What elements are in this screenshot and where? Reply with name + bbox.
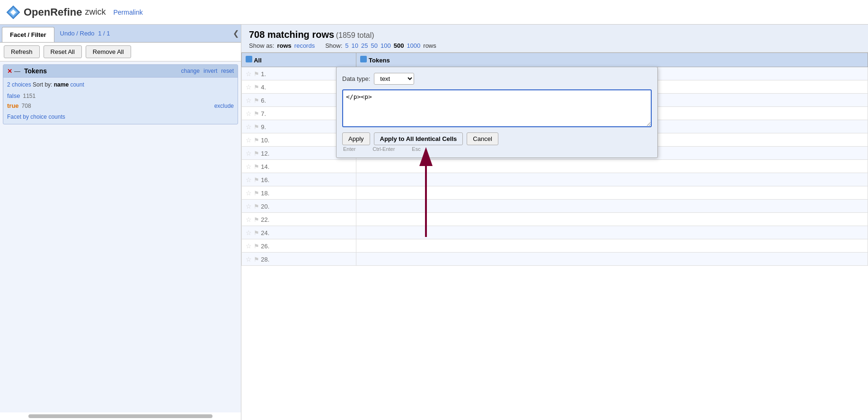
reset-all-button[interactable]: Reset All	[44, 45, 82, 58]
row-number: 24.	[261, 229, 269, 236]
show-50[interactable]: 50	[371, 42, 378, 49]
show-as-records[interactable]: records	[294, 42, 315, 49]
apply-all-shortcut: Ctrl-Enter	[372, 146, 395, 152]
exclude-link[interactable]: exclude	[214, 103, 234, 109]
facet-close-button[interactable]: ✕	[7, 68, 12, 75]
row-controls-cell: ☆ ⚑ 18.	[242, 186, 356, 200]
table-header-row: All Tokens	[242, 53, 868, 67]
star-icon[interactable]: ☆	[246, 242, 252, 250]
facet-header: ✕ — Tokens change invert reset	[3, 65, 238, 78]
flag-icon[interactable]: ⚑	[254, 97, 259, 104]
star-icon[interactable]: ☆	[246, 163, 252, 170]
flag-icon[interactable]: ⚑	[254, 163, 259, 170]
facet-invert-link[interactable]: invert	[204, 68, 217, 74]
star-icon[interactable]: ☆	[246, 255, 252, 263]
facet-choices-row: 2 choices Sort by: name count	[7, 81, 234, 88]
row-number: 10.	[261, 137, 269, 144]
flag-icon[interactable]: ⚑	[254, 84, 259, 91]
apply-button[interactable]: Apply	[342, 132, 370, 145]
col-tokens-header[interactable]: Tokens	[356, 53, 868, 67]
star-icon[interactable]: ☆	[246, 149, 252, 157]
flag-icon[interactable]: ⚑	[254, 216, 259, 223]
star-icon[interactable]: ☆	[246, 83, 252, 91]
facet-reset-link[interactable]: reset	[221, 68, 234, 74]
tokens-facet: ✕ — Tokens change invert reset 2 choices…	[3, 64, 238, 124]
show-10[interactable]: 10	[352, 42, 358, 49]
choice-true-label[interactable]: true	[7, 102, 19, 109]
flag-icon[interactable]: ⚑	[254, 203, 259, 210]
datatype-select[interactable]: text number boolean date	[374, 73, 414, 85]
flag-icon[interactable]: ⚑	[254, 70, 259, 78]
flag-icon[interactable]: ⚑	[254, 123, 259, 131]
tokens-cell[interactable]	[356, 186, 868, 200]
show-1000[interactable]: 1000	[407, 42, 420, 49]
show-100[interactable]: 100	[381, 42, 391, 49]
facet-minimize-button[interactable]: —	[14, 68, 20, 75]
facet-sort-name[interactable]: name	[54, 81, 69, 88]
flag-icon[interactable]: ⚑	[254, 190, 259, 197]
show-as-rows[interactable]: rows	[277, 42, 291, 49]
row-controls-cell: ☆ ⚑ 28.	[242, 253, 356, 266]
row-controls-cell: ☆ ⚑ 22.	[242, 213, 356, 226]
show-controls: Show as: rows records Show: 5 10 25 50 1…	[249, 42, 860, 49]
table-row: ☆ ⚑ 16.	[242, 173, 868, 186]
cell-editor-datatype-row: Data type: text number boolean date	[342, 73, 652, 85]
col-all-header[interactable]: All	[242, 53, 356, 67]
show-5[interactable]: 5	[345, 42, 348, 49]
star-icon[interactable]: ☆	[246, 123, 252, 131]
row-number: 22.	[261, 216, 269, 223]
facet-actions: change invert reset	[181, 68, 234, 74]
flag-icon[interactable]: ⚑	[254, 150, 259, 157]
remove-all-button[interactable]: Remove All	[86, 45, 131, 58]
table-row: ☆ ⚑ 20.	[242, 200, 868, 213]
tokens-cell[interactable]	[356, 239, 868, 253]
row-controls-cell: ☆ ⚑ 26.	[242, 239, 356, 253]
tokens-cell[interactable]	[356, 160, 868, 173]
facet-choices-count: 2 choices	[7, 81, 31, 88]
tokens-cell[interactable]	[356, 173, 868, 186]
flag-icon[interactable]: ⚑	[254, 110, 259, 117]
facet-change-link[interactable]: change	[181, 68, 200, 74]
flag-icon[interactable]: ⚑	[254, 229, 259, 236]
row-number: 26.	[261, 243, 269, 250]
flag-icon[interactable]: ⚑	[254, 176, 259, 184]
show-500[interactable]: 500	[394, 42, 404, 49]
star-icon[interactable]: ☆	[246, 136, 252, 144]
star-icon[interactable]: ☆	[246, 189, 252, 197]
tab-facet-filter[interactable]: Facet / Filter	[2, 27, 54, 42]
choice-false-count: 1151	[23, 93, 35, 99]
star-icon[interactable]: ☆	[246, 229, 252, 236]
apply-all-identical-button[interactable]: Apply to All Identical Cells	[374, 132, 463, 145]
matching-rows-count: 708 matching rows	[249, 29, 334, 40]
col-tokens-label: Tokens	[369, 57, 390, 64]
row-controls-cell: ☆ ⚑ 14.	[242, 160, 356, 173]
flag-icon[interactable]: ⚑	[254, 256, 259, 263]
star-icon[interactable]: ☆	[246, 70, 252, 78]
star-icon[interactable]: ☆	[246, 96, 252, 104]
flag-icon[interactable]: ⚑	[254, 243, 259, 250]
facet-by-choice-counts[interactable]: Facet by choice counts	[7, 114, 234, 120]
tokens-cell[interactable]	[356, 253, 868, 266]
tokens-cell[interactable]	[356, 200, 868, 213]
rows-label: rows	[423, 42, 436, 49]
star-icon[interactable]: ☆	[246, 176, 252, 184]
choice-false-label[interactable]: false	[7, 92, 20, 99]
show-25[interactable]: 25	[361, 42, 368, 49]
tokens-cell[interactable]	[356, 226, 868, 239]
cell-editor-textarea[interactable]	[342, 89, 652, 127]
permalink-link[interactable]: Permalink	[113, 9, 142, 16]
tab-undo-redo[interactable]: Undo / Redo 1 / 1	[54, 26, 116, 41]
facet-sort-count[interactable]: count	[70, 81, 84, 88]
star-icon[interactable]: ☆	[246, 202, 252, 210]
refresh-button[interactable]: Refresh	[4, 45, 40, 58]
editor-shortcuts: Enter Ctrl-Enter Esc	[342, 145, 652, 152]
right-panel: 708 matching rows (1859 total) Show as: …	[241, 25, 868, 420]
star-icon[interactable]: ☆	[246, 110, 252, 117]
collapse-button[interactable]: ❮	[233, 29, 239, 38]
facet-panel: ✕ — Tokens change invert reset 2 choices…	[0, 61, 241, 412]
star-icon[interactable]: ☆	[246, 216, 252, 223]
datatype-label: Data type:	[342, 75, 370, 82]
cancel-button[interactable]: Cancel	[467, 132, 498, 145]
flag-icon[interactable]: ⚑	[254, 137, 259, 144]
tokens-cell[interactable]	[356, 213, 868, 226]
